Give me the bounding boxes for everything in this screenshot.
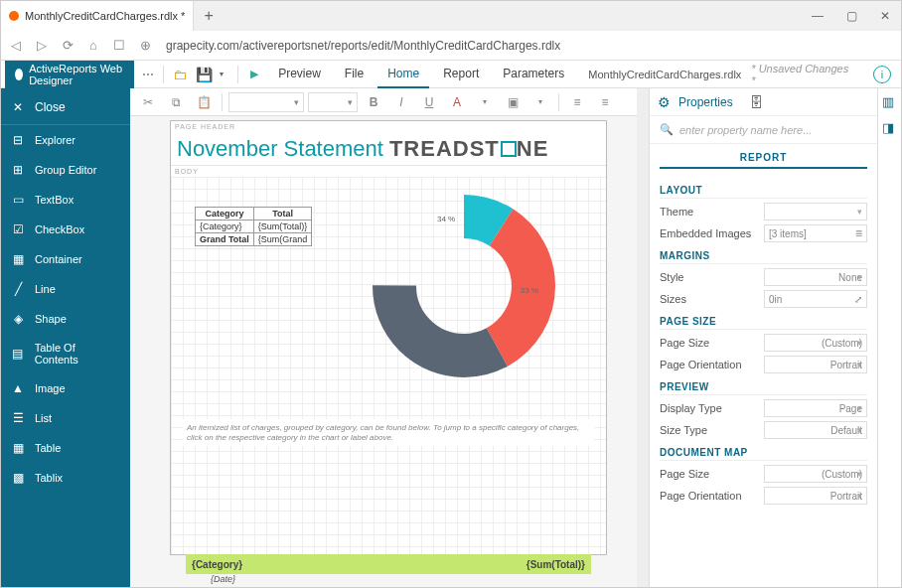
new-tab-button[interactable]: + (194, 7, 223, 25)
prop-row-style: StyleNone (660, 268, 867, 286)
panel-toggle-icon[interactable]: ◨ (882, 120, 898, 136)
browser-tab[interactable]: MonthlyCreditCardCharges.rdlx * (1, 1, 194, 31)
prop-value[interactable]: (Custom) (764, 334, 867, 352)
save-icon[interactable]: 💾 (194, 65, 214, 84)
sidebar-item-image[interactable]: ▲Image (1, 373, 130, 403)
prop-value[interactable]: [3 items] (764, 224, 867, 242)
bookmark-icon[interactable]: ☐ (110, 37, 128, 55)
prop-label: Style (660, 271, 683, 283)
back-icon[interactable]: ◁ (7, 37, 25, 55)
paste-icon[interactable]: 📋 (192, 91, 216, 113)
layers-icon[interactable]: ▥ (882, 94, 898, 110)
italic-button[interactable]: I (389, 91, 413, 113)
tab-preview[interactable]: Preview (268, 61, 331, 88)
sidebar-item-shape[interactable]: ◈Shape (1, 304, 130, 334)
prop-row-display-type: Display TypePage (660, 399, 867, 417)
sidebar-item-textbox[interactable]: ▭TextBox (1, 185, 130, 215)
menu-toggle-icon[interactable]: ⋯ (138, 65, 158, 84)
align-left-button[interactable]: ≡ (565, 91, 589, 113)
prop-value[interactable]: None (764, 268, 867, 286)
sidebar-item-list[interactable]: ☰List (1, 403, 130, 433)
sidebar-item-label: CheckBox (35, 223, 84, 235)
property-search-input[interactable]: enter property name here... (679, 124, 812, 136)
th-total: Total (253, 208, 312, 220)
underline-button[interactable]: U (417, 91, 441, 113)
sidebar-item-checkbox[interactable]: ☑CheckBox (1, 215, 130, 244)
preview-play-icon[interactable]: ▶ (244, 65, 264, 84)
bold-button[interactable]: B (362, 91, 385, 113)
report-page[interactable]: PAGE HEADER November Statement TREADSTNE… (170, 120, 607, 555)
donut-chart[interactable]: 34 % 33 % 33 % (350, 187, 578, 385)
section-page-size: PAGE SIZE (660, 316, 867, 330)
tab-file[interactable]: File (335, 61, 374, 88)
sidebar-item-table-of-contents[interactable]: ▤Table Of Contents (1, 334, 130, 373)
sidebar-item-container[interactable]: ▦Container (1, 244, 130, 274)
gear-icon[interactable]: ⚙ (658, 94, 671, 110)
open-icon[interactable]: 🗀 (170, 65, 190, 84)
date-row[interactable]: {Date} (211, 574, 235, 584)
sidebar-item-line[interactable]: ╱Line (1, 274, 130, 304)
prop-row-page-size: Page Size(Custom) (660, 334, 867, 352)
home-icon[interactable]: ⌂ (84, 37, 102, 55)
statement-title[interactable]: November Statement (177, 136, 383, 162)
logo[interactable]: TREADSTNE (389, 136, 548, 162)
properties-panel: ⚙ Properties 🗄 🔍 enter property name her… (649, 88, 877, 587)
section-layout: LAYOUT (660, 185, 867, 199)
sidebar-item-label: Table (35, 442, 61, 454)
database-icon[interactable]: 🗄 (749, 94, 763, 110)
prop-label: Size Type (660, 424, 707, 436)
minimize-button[interactable]: — (802, 1, 833, 31)
url-field[interactable]: grapecity.com/activereportsnet/reports/e… (162, 39, 895, 53)
tab-parameters[interactable]: Parameters (493, 61, 574, 88)
font-color-dropdown-icon[interactable]: ▾ (473, 91, 497, 113)
note-text[interactable]: An itemized list of charges, grouped by … (183, 419, 594, 446)
close-button[interactable]: ✕ Close (1, 90, 130, 125)
info-icon[interactable]: i (873, 66, 891, 83)
browser-title-bar: MonthlyCreditCardCharges.rdlx * + — ▢ ✕ (1, 1, 901, 31)
save-dropdown-icon[interactable]: ▾ (212, 65, 231, 84)
td-grand-label: Grand Total (196, 233, 254, 246)
prop-label: Sizes (660, 293, 686, 305)
sidebar-item-label: Tablix (35, 472, 63, 484)
prop-row-page-orientation: Page OrientationPortrait (660, 487, 867, 505)
textbox-icon: ▭ (11, 193, 25, 207)
maximize-button[interactable]: ▢ (835, 1, 867, 31)
shape-icon: ◈ (11, 312, 25, 326)
fill-color-dropdown-icon[interactable]: ▾ (528, 91, 552, 113)
sidebar-item-tablix[interactable]: ▩Tablix (1, 463, 130, 493)
align-top-button[interactable]: ≡ (593, 91, 617, 113)
sidebar-item-label: Container (35, 253, 82, 265)
category-band[interactable]: {Category} {Sum(Total)} (186, 554, 591, 574)
prop-row-page-size: Page Size(Custom) (660, 465, 867, 483)
table-icon: ▦ (11, 441, 25, 455)
close-window-button[interactable]: ✕ (869, 1, 901, 31)
prop-value[interactable]: Page (764, 399, 867, 417)
brand-label: ActiveReports Web Designer (29, 63, 123, 86)
properties-title: Properties (678, 95, 733, 109)
forward-icon[interactable]: ▷ (33, 37, 51, 55)
font-size-dropdown[interactable] (308, 92, 358, 112)
sidebar-item-explorer[interactable]: ⊟Explorer (1, 125, 130, 155)
prop-value[interactable]: Portrait (764, 356, 867, 373)
fill-color-button[interactable]: ▣ (501, 91, 525, 113)
line-icon: ╱ (11, 282, 25, 296)
reload-icon[interactable]: ⟳ (59, 37, 76, 55)
cut-icon[interactable]: ✂ (136, 91, 160, 113)
font-color-button[interactable]: A (445, 91, 469, 113)
sidebar-item-group-editor[interactable]: ⊞Group Editor (1, 155, 130, 185)
design-canvas[interactable]: PAGE HEADER November Statement TREADSTNE… (130, 116, 637, 587)
sidebar-item-table[interactable]: ▦Table (1, 433, 130, 463)
prop-value[interactable]: (Custom) (764, 465, 867, 483)
tab-report[interactable]: Report (433, 61, 489, 88)
font-family-dropdown[interactable] (228, 92, 304, 112)
prop-value[interactable]: Portrait (764, 487, 867, 505)
toc-icon: ▤ (11, 347, 25, 361)
summary-table[interactable]: CategoryTotal {Category}{Sum(Total)} Gra… (195, 207, 312, 246)
tablix-icon: ▩ (11, 471, 25, 485)
prop-value[interactable]: 0in (764, 290, 867, 308)
copy-icon[interactable]: ⧉ (164, 91, 188, 113)
prop-value[interactable] (764, 203, 867, 220)
prop-value[interactable]: Default (764, 421, 867, 439)
canvas-scrollbar[interactable] (637, 88, 649, 587)
tab-home[interactable]: Home (377, 61, 429, 88)
